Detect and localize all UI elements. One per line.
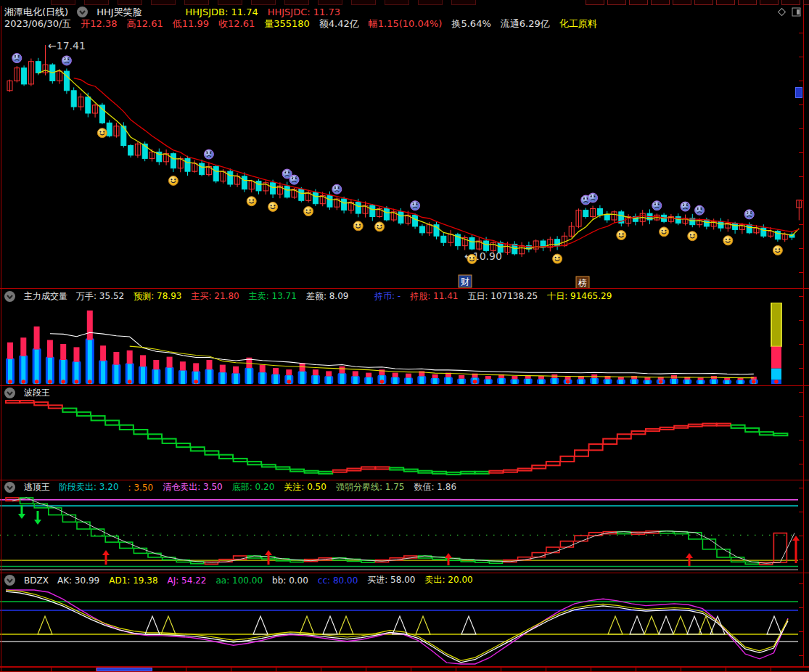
bdzx-panel-header: BDZX AK: 30.99AD1: 19.38AJ: 54.22aa: 100… — [4, 574, 473, 586]
quote-field: 换5.64% — [451, 17, 490, 30]
collapse-icon[interactable] — [4, 291, 15, 302]
taoding-step-box — [77, 522, 90, 529]
taoding-step-box — [62, 515, 75, 523]
taoding-header-field: : 3.50 — [128, 483, 154, 493]
panel-title[interactable]: 波段王 — [24, 387, 50, 399]
candle-body — [213, 167, 218, 181]
wave-step-box — [390, 468, 403, 470]
wave-step-box — [674, 426, 688, 428]
taoding-step-box — [532, 553, 545, 557]
candle-body — [242, 176, 247, 189]
collapse-icon[interactable] — [4, 482, 15, 493]
wave-step-box — [163, 439, 176, 443]
signal-triangle-icon — [461, 616, 476, 634]
red-dot-marker — [659, 380, 663, 384]
candle-body — [342, 199, 347, 210]
signal-triangle-icon — [38, 616, 52, 634]
smiley-face-icon — [168, 176, 178, 185]
signal-triangle-icon — [416, 616, 430, 634]
volume-bar-chart[interactable] — [0, 303, 804, 385]
wave-step-box — [34, 402, 48, 405]
volume-header-field: 预测: 78.93 — [134, 290, 181, 303]
candle-body — [484, 241, 489, 250]
wave-step-box — [105, 420, 119, 425]
flag-badge[interactable]: 榜 — [576, 276, 589, 288]
candle-body — [441, 236, 446, 242]
wave-step-box — [745, 428, 759, 432]
candle-body — [747, 225, 752, 233]
wave-step-box — [589, 444, 603, 450]
sad-face-icon — [744, 210, 754, 219]
wave-step-box — [404, 470, 418, 472]
bdzx-line-chart[interactable] — [0, 586, 804, 666]
quote-field: 开12.38 — [81, 17, 117, 30]
quote-field: 低11.99 — [173, 17, 209, 30]
candle-body — [256, 181, 261, 191]
wave-step-box — [504, 470, 517, 472]
wave-step-box — [773, 433, 787, 435]
diamond-icon[interactable] — [776, 7, 787, 17]
quote-field: 收12.61 — [218, 17, 255, 30]
taoding-step-box — [546, 547, 559, 553]
bdzx-header-field: cc: 80.00 — [318, 575, 358, 586]
wave-step-box — [134, 430, 147, 434]
sad-face-icon — [652, 201, 662, 210]
title-bar: 湘潭电化(日线) HHJ哭笑脸 HHJSJDB: 11.74HHJSJDC: 1… — [4, 6, 340, 18]
smiley-face-icon — [247, 197, 256, 206]
indicator-value: HHJSJDB: 11.74 — [186, 7, 258, 17]
signal-triangle-icon — [673, 616, 688, 634]
top-menu-strip[interactable] — [0, 0, 809, 5]
volume-panel-header: 主力成交量 万手: 35.52预测: 78.93主买: 21.80主卖: 13.… — [4, 290, 348, 303]
candle-body — [675, 217, 681, 224]
wave-step-box — [575, 450, 588, 456]
wave-panel-header: 波段王 — [4, 387, 50, 399]
candle-body — [604, 215, 609, 220]
signal-triangle-icon — [659, 616, 673, 634]
collapse-icon[interactable] — [4, 388, 15, 398]
red-dot-marker — [35, 380, 39, 384]
flag-badge[interactable]: 财 — [459, 275, 472, 287]
wave-step-chart[interactable] — [0, 398, 804, 478]
candle-body — [200, 163, 205, 175]
bdzx-header-field: 卖出: 20.00 — [424, 574, 472, 586]
signal-triangle-icon — [253, 616, 268, 634]
taoding-step-box — [49, 508, 62, 515]
wave-step-box — [6, 401, 20, 403]
candle-body — [86, 97, 91, 113]
volume-header-field: 五日: 107138.25 — [467, 290, 538, 303]
panel-title[interactable]: 主力成交量 — [24, 290, 67, 303]
collapse-icon[interactable] — [77, 7, 88, 17]
wave-step-box — [631, 431, 645, 434]
red-dot-marker — [566, 380, 570, 384]
panel-separator — [0, 573, 809, 573]
window-restore-icon[interactable] — [791, 7, 802, 17]
collapse-icon[interactable] — [4, 575, 15, 586]
app-window: 湘潭电化(日线) HHJ哭笑脸 HHJSJDB: 11.74HHJSJDC: 1… — [0, 0, 809, 672]
right-scrollbar-thumb[interactable] — [795, 87, 802, 98]
left-border — [1, 6, 1, 672]
main-candle-chart[interactable]: ←17.41←10.90财榜 — [0, 30, 804, 288]
panel-title[interactable]: BDZX — [24, 575, 49, 586]
wave-step-box — [305, 471, 319, 473]
quote-bar: 2023/06/30/五开12.38高12.61低11.99收12.61量355… — [4, 17, 597, 30]
volume-header-field: 主买: 21.80 — [191, 290, 239, 303]
svg-text:财: 财 — [461, 276, 469, 287]
volume-header-field: 持股: 11.41 — [410, 290, 458, 303]
wave-step-box — [376, 467, 390, 469]
taoding-chart[interactable] — [0, 495, 804, 572]
candle-body — [284, 186, 289, 197]
taoding-step-box — [731, 557, 744, 562]
wave-step-box — [475, 472, 489, 474]
red-dot-marker — [287, 380, 292, 384]
wave-step-box — [176, 443, 190, 447]
panel-title[interactable]: 逃顶王 — [24, 481, 50, 493]
taoding-step-box — [120, 542, 133, 548]
wave-step-box — [234, 459, 247, 462]
red-dot-marker — [473, 380, 477, 384]
price-high-label: ←17.41 — [48, 40, 86, 52]
candle-body — [107, 123, 112, 136]
candle-body — [271, 183, 276, 194]
bottom-scrollbar-thumb[interactable] — [96, 668, 152, 671]
volume-header-field: 十日: 91465.29 — [547, 290, 612, 303]
candle-body — [704, 220, 709, 226]
